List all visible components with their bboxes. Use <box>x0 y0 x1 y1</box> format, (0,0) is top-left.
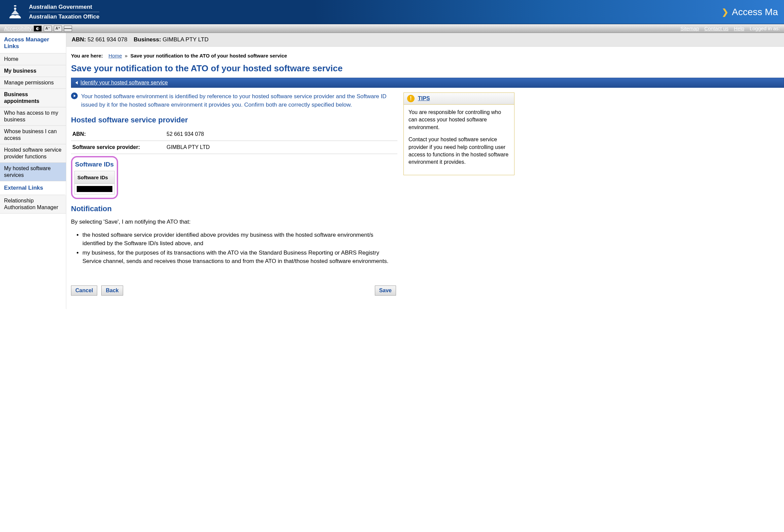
sitemap-link[interactable]: Sitemap <box>680 26 699 31</box>
sidebar-item-label: Whose business I can access <box>4 128 57 141</box>
tips-p2: Contact your hosted software service pro… <box>409 136 509 166</box>
font-decrease-button[interactable]: A⁻ <box>44 26 52 32</box>
notification-intro: By selecting 'Save', I am notifying the … <box>71 218 397 226</box>
page-title: Save your notification to the ATO of you… <box>71 63 784 73</box>
sidebar-item-label: My business <box>4 68 36 73</box>
button-row: Cancel Back Save <box>71 286 397 296</box>
button-group-right: Save <box>375 286 396 296</box>
software-ids-row <box>75 184 114 194</box>
tips-head: TIPS <box>404 93 514 105</box>
sidebar-item-business-appointments[interactable]: Business appointments <box>0 89 66 107</box>
accessibility-link[interactable]: Accessibility <box>4 26 32 31</box>
toolbar-left: Accessibility ◐ A⁻ A⁺ <box>4 26 72 32</box>
tips-box: TIPS You are responsible for controlling… <box>403 92 514 175</box>
brand-right: ❯ Access Ma <box>722 7 778 18</box>
tips-body: You are responsible for controlling who … <box>404 105 514 175</box>
abn-label: ABN: <box>72 36 86 43</box>
breadcrumb: You are here: Home » Save your notificat… <box>71 51 784 63</box>
chevron-left-icon <box>75 81 78 84</box>
kv-provider-label: Software service provider: <box>72 144 167 150</box>
sidebar-item-label: Who has access to my business <box>4 110 58 122</box>
banner-left: Australian Government Australian Taxatio… <box>6 3 99 21</box>
crumb-current: Save your notification to the ATO of you… <box>130 53 287 59</box>
kv-abn: ABN: 52 661 934 078 <box>71 128 397 141</box>
kv-provider: Software service provider: GIMBLA PTY LT… <box>71 141 397 154</box>
software-ids-table: Software IDs <box>74 171 115 195</box>
redacted-id <box>77 186 112 192</box>
kv-provider-value: GIMBLA PTY LTD <box>167 144 209 150</box>
abn-bar: ABN: 52 661 934 078 Business: GIMBLA PTY… <box>66 33 784 47</box>
app-banner: Australian Government Australian Taxatio… <box>0 0 784 24</box>
crumb-home[interactable]: Home <box>108 53 122 59</box>
toolbar: Accessibility ◐ A⁻ A⁺ Sitemap Contact us… <box>0 24 784 33</box>
sidebar-item-label: My hosted software services <box>4 166 51 178</box>
chevron-right-icon: ❯ <box>722 7 728 17</box>
info-icon <box>71 92 78 99</box>
notification-heading: Notification <box>71 204 397 213</box>
main-column: Your hosted software environment is iden… <box>71 92 397 296</box>
crest-icon <box>6 3 24 21</box>
sidebar-item-whose-business[interactable]: Whose business I can access <box>0 126 66 144</box>
sidebar-item-who-access[interactable]: Who has access to my business <box>0 107 66 126</box>
crumbs-here: You are here: <box>71 53 103 59</box>
content: You are here: Home » Save your notificat… <box>66 47 784 309</box>
abn-value: 52 661 934 078 <box>87 36 127 43</box>
main: ABN: 52 661 934 078 Business: GIMBLA PTY… <box>66 33 784 309</box>
brand-text: Access Ma <box>732 7 778 18</box>
software-ids-highlight: Software IDs Software IDs <box>71 156 118 199</box>
back-button[interactable]: Back <box>101 286 123 296</box>
help-link[interactable]: Help <box>734 26 744 31</box>
sidebar-item-provider-functions[interactable]: Hosted software service provider functio… <box>0 144 66 163</box>
warning-icon <box>407 95 415 102</box>
sidebar-item-label: Business appointments <box>4 91 39 104</box>
sidebar-external-heading: External Links <box>0 181 66 195</box>
sidebar-item-manage-permissions[interactable]: Manage permissions <box>0 77 66 89</box>
kv-abn-label: ABN: <box>72 131 167 137</box>
sidebar-heading: Access Manager Links <box>0 33 66 54</box>
font-increase-button[interactable]: A⁺ <box>54 26 62 32</box>
sidebar-item-label: Relationship Authorisation Manager <box>4 198 58 210</box>
sidebar-item-ram[interactable]: Relationship Authorisation Manager <box>0 195 66 213</box>
sidebar-item-label: Hosted software service provider functio… <box>4 147 62 159</box>
gov-line1: Australian Government <box>29 4 99 12</box>
info-text: Your hosted software environment is iden… <box>81 92 397 109</box>
save-button[interactable]: Save <box>375 286 396 296</box>
two-col: Your hosted software environment is iden… <box>71 92 784 296</box>
toolbar-right: Sitemap Contact us Help Logged in as: <box>680 26 780 31</box>
svg-rect-1 <box>14 5 17 6</box>
sidebar-item-label: Manage permissions <box>4 80 54 85</box>
notification-list: the hosted software service provider ide… <box>82 231 397 266</box>
cancel-button[interactable]: Cancel <box>71 286 97 296</box>
kv-abn-value: 52 661 934 078 <box>167 131 204 137</box>
sidebar-item-label: Home <box>4 56 19 62</box>
business-value: GIMBLA PTY LTD <box>163 36 208 43</box>
contrast-button[interactable]: ◐ <box>34 26 42 32</box>
tips-link[interactable]: TIPS <box>418 95 430 101</box>
info-row: Your hosted software environment is iden… <box>71 92 397 109</box>
tips-p1: You are responsible for controlling who … <box>409 109 509 131</box>
gov-line2: Australian Taxation Office <box>29 13 99 20</box>
notification-bullet: the hosted software service provider ide… <box>82 231 397 247</box>
logged-in-text: Logged in as: <box>750 26 780 31</box>
provider-heading: Hosted software service provider <box>71 116 397 124</box>
step-identify-link[interactable]: Identify your hosted software service <box>80 80 168 86</box>
sidebar-item-my-business[interactable]: My business <box>0 65 66 77</box>
step-bar: Identify your hosted software service <box>71 78 784 88</box>
gov-text: Australian Government Australian Taxatio… <box>29 4 99 20</box>
menu-icon[interactable] <box>64 26 72 32</box>
business-label: Business: <box>134 36 161 43</box>
software-ids-col: Software IDs <box>75 171 114 184</box>
sidebar-item-hosted-services[interactable]: My hosted software services <box>0 163 66 181</box>
software-ids-heading: Software IDs <box>74 159 115 171</box>
notification-bullet: my business, for the purposes of its tra… <box>82 249 397 265</box>
crumb-sep: » <box>125 53 128 59</box>
sidebar-item-home[interactable]: Home <box>0 54 66 65</box>
layout: Access Manager Links Home My business Ma… <box>0 33 784 309</box>
contact-link[interactable]: Contact us <box>704 26 728 31</box>
sidebar: Access Manager Links Home My business Ma… <box>0 33 66 309</box>
button-group-left: Cancel Back <box>71 286 123 296</box>
svg-point-0 <box>14 7 17 10</box>
